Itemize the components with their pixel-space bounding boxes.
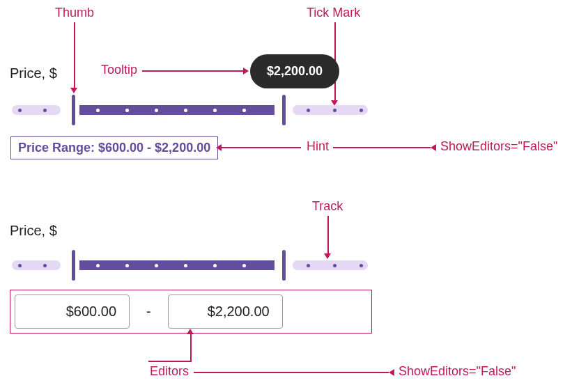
callout-editors-hline-right: [194, 372, 389, 373]
slider2-label: Price, $: [10, 223, 57, 239]
slider1-track-bg-right: [293, 105, 368, 115]
editor-max-input[interactable]: [168, 295, 283, 329]
callout-editors-label: Editors: [150, 364, 189, 379]
tick-icon: [360, 109, 363, 112]
tick-icon: [184, 264, 187, 267]
callout-hint-arrow-right: [431, 144, 436, 151]
tick-icon: [360, 264, 363, 267]
slider1-thumb-min[interactable]: [72, 95, 75, 125]
tick-icon: [333, 109, 337, 112]
slider1-label: Price, $: [10, 65, 57, 81]
callout-showeditors2-label: ShowEditors="False": [399, 364, 516, 379]
tick-icon: [242, 264, 246, 267]
tick-icon: [18, 109, 22, 112]
tick-icon: [307, 264, 310, 267]
slider1-hint: Price Range: $600.00 - $2,200.00: [10, 136, 218, 159]
callout-thumb-label: Thumb: [55, 6, 94, 20]
editor-min-input[interactable]: [15, 295, 130, 329]
tick-icon: [307, 109, 310, 112]
callout-thumb-arrow: [70, 88, 77, 93]
tick-icon: [125, 109, 129, 112]
callout-hint-line-left: [222, 147, 301, 148]
callout-hint-label: Hint: [307, 139, 329, 154]
callout-track-line: [327, 216, 329, 253]
tick-icon: [43, 109, 47, 112]
tick-icon: [213, 264, 217, 267]
slider2-editors: -: [10, 290, 372, 334]
slider1-tooltip: $2,200.00: [250, 54, 339, 88]
tick-icon: [155, 264, 158, 267]
tick-icon: [242, 109, 246, 112]
tick-icon: [333, 264, 337, 267]
slider1-thumb-max[interactable]: [282, 95, 286, 125]
tick-icon: [96, 109, 100, 112]
callout-editors-vline: [190, 334, 192, 361]
callout-track-label: Track: [312, 199, 343, 214]
tick-icon: [184, 109, 187, 112]
callout-thumb-line: [74, 22, 75, 88]
callout-editors-arrow-right: [389, 369, 394, 376]
callout-tooltip-line: [142, 70, 243, 72]
callout-tickmark-label: Tick Mark: [307, 6, 360, 20]
tick-icon: [155, 109, 158, 112]
tick-icon: [18, 264, 22, 267]
callout-editors-arrow-up: [187, 329, 194, 334]
editor-separator: -: [135, 304, 162, 320]
callout-showeditors1-label: ShowEditors="False": [440, 139, 557, 154]
slider2-thumb-max[interactable]: [282, 250, 286, 281]
callout-tooltip-arrow: [243, 68, 249, 75]
slider2-thumb-min[interactable]: [72, 250, 75, 281]
tick-icon: [125, 264, 129, 267]
callout-hint-line-right: [333, 147, 431, 148]
slider2-track-bg-right: [293, 260, 368, 270]
callout-track-arrow: [324, 253, 331, 259]
tick-icon: [213, 109, 217, 112]
callout-tooltip-label: Tooltip: [101, 63, 137, 77]
tick-icon: [43, 264, 47, 267]
callout-editors-hline-left: [148, 361, 192, 362]
callout-hint-arrow-left: [216, 144, 222, 151]
tick-icon: [96, 264, 100, 267]
